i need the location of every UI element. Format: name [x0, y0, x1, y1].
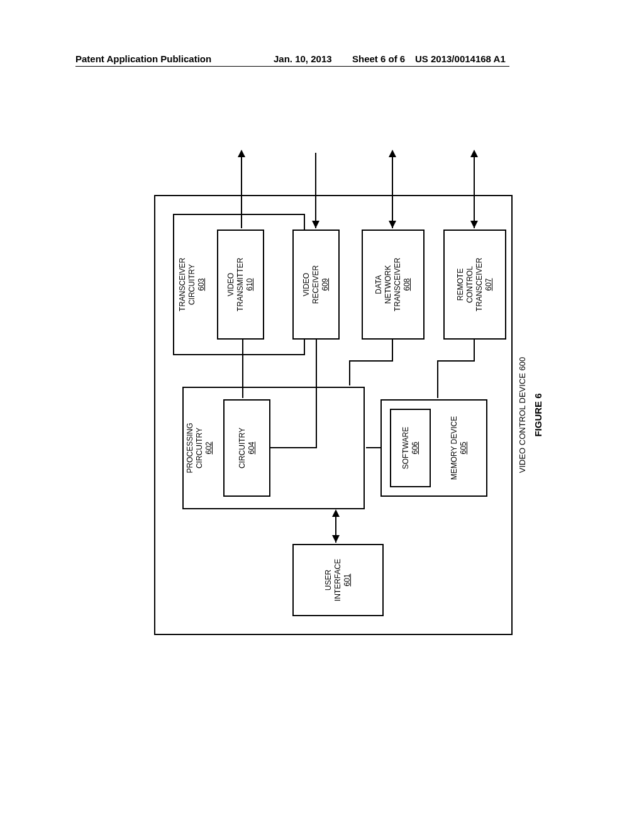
data-network-name: DATA NETWORK TRANSCEIVER [374, 258, 402, 311]
connector-proc-mem [366, 447, 380, 448]
arrow-dn-out-icon [389, 150, 396, 157]
connector-vr-in [315, 153, 316, 228]
transceiver-ref: 603 [197, 278, 206, 290]
header-left: Patent Application Publication [75, 53, 211, 64]
header-rule [75, 66, 509, 67]
video-transmitter-box: VIDEO TRANSMITTER 610 [217, 230, 264, 340]
memory-ref: 605 [459, 441, 468, 454]
arrow-out-vt-icon [238, 150, 245, 157]
memory-device-label: MEMORY DEVICE 605 [450, 399, 469, 497]
connector-vt-out [241, 153, 242, 228]
circuitry-name: CIRCUITRY [238, 428, 247, 468]
software-name: SOFTWARE [401, 427, 411, 470]
arrow-left-icon [332, 535, 340, 543]
memory-name: MEMORY DEVICE [450, 399, 459, 497]
processing-circuitry-label: PROCESSING CIRCUITRY 602 [186, 387, 214, 509]
user-interface-name: USER INTERFACE [324, 559, 343, 601]
arrow-rc-out-icon [470, 150, 478, 157]
header-date: Jan. 10, 2013 [274, 53, 332, 64]
connector-mem-rc-h2 [474, 340, 475, 362]
connector-proc-dn-v [349, 360, 393, 362]
connector-bus-stub [270, 447, 316, 448]
connector-dn-io [392, 153, 393, 228]
arrow-in-vr-icon [312, 221, 319, 228]
software-ref: 606 [411, 441, 420, 454]
connector-proc-dn-h [349, 360, 350, 385]
transceiver-circuitry-label: TRANSCEIVER CIRCUITRY 603 [178, 214, 206, 355]
connector-mem-rc-h [437, 362, 438, 398]
data-network-ref: 608 [402, 278, 412, 290]
circuitry-box: CIRCUITRY 604 [223, 399, 270, 497]
arrow-rc-in-icon [470, 221, 478, 228]
software-box: SOFTWARE 606 [390, 409, 431, 487]
arrow-right-icon [332, 509, 340, 517]
arrow-dn-in-icon [389, 221, 396, 228]
outer-device-label: VIDEO CONTROL DEVICE 600 [518, 195, 528, 635]
video-receiver-box: VIDEO RECEIVER 609 [292, 230, 340, 340]
figure-label: FIGURE 6 [533, 195, 545, 635]
connector-circ-vt [242, 340, 243, 398]
connector-mem-rc-v [437, 360, 475, 362]
remote-control-transceiver-box: REMOTE CONTROL TRANSCEIVER 607 [443, 230, 506, 340]
user-interface-ref: 601 [343, 573, 352, 586]
diagram-stage: VIDEO CONTROL DEVICE 600 FIGURE 6 USER I… [110, 195, 550, 635]
remote-control-name: REMOTE CONTROL TRANSCEIVER [456, 258, 484, 311]
processing-ref: 602 [204, 441, 213, 454]
header-sheet: Sheet 6 of 6 [352, 53, 405, 64]
connector-circ-vr [316, 340, 317, 448]
video-transmitter-name: VIDEO TRANSMITTER [226, 258, 245, 311]
header-pubnum: US 2013/0014168 A1 [415, 53, 506, 64]
video-transmitter-ref: 610 [245, 278, 255, 290]
circuitry-ref: 604 [247, 441, 257, 454]
remote-control-ref: 607 [484, 278, 494, 290]
connector-proc-dn-h2 [392, 340, 393, 362]
user-interface-box: USER INTERFACE 601 [292, 544, 384, 616]
transceiver-name: TRANSCEIVER CIRCUITRY [178, 214, 197, 355]
video-receiver-ref: 609 [321, 278, 330, 290]
data-network-transceiver-box: DATA NETWORK TRANSCEIVER 608 [362, 230, 425, 340]
video-receiver-name: VIDEO RECEIVER [302, 265, 321, 304]
processing-name: PROCESSING CIRCUITRY [186, 387, 204, 509]
connector-rc-io [474, 153, 475, 228]
